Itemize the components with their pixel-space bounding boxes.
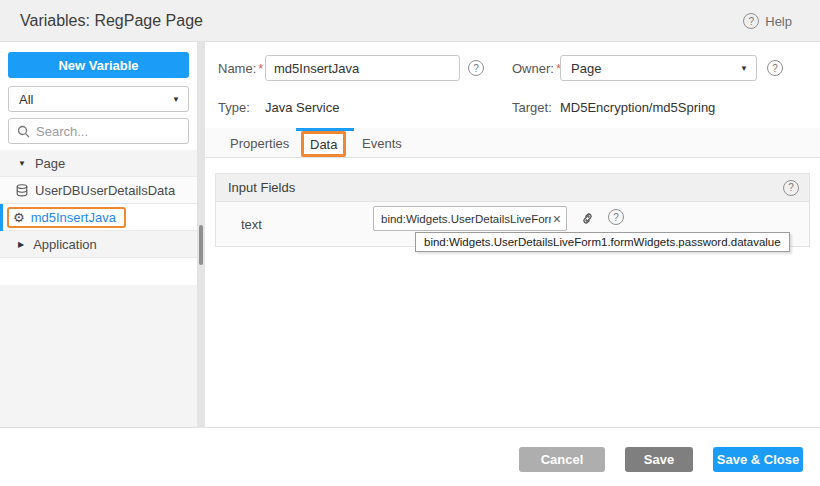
bind-value-text: bind:Widgets.UserDetailsLiveForm1.fo [381, 213, 551, 225]
save-close-button[interactable]: Save & Close [713, 447, 803, 472]
type-label: Type: [218, 100, 250, 115]
binding-tooltip: bind:Widgets.UserDetailsLiveForm1.formWi… [415, 232, 790, 252]
bind-help-icon[interactable]: ? [608, 209, 624, 225]
owner-selected-value: Page [571, 61, 601, 76]
sidebar-item-application[interactable]: ▶ Application [0, 231, 197, 258]
dialog-footer: Cancel Save Save & Close [0, 428, 820, 486]
selected-indicator-bar [0, 204, 3, 231]
tree-item-label: UserDBUserDetailsData [35, 183, 175, 198]
type-value: Java Service [265, 100, 339, 115]
chevron-down-icon: ▼ [740, 64, 748, 73]
name-input[interactable] [265, 55, 460, 81]
dialog-header: Variables: RegPage Page ? Help [0, 0, 820, 42]
name-label: Name:* [218, 61, 263, 76]
save-button[interactable]: Save [625, 447, 693, 472]
clear-binding-icon[interactable]: × [551, 212, 563, 226]
name-help-icon[interactable]: ? [468, 60, 484, 76]
variable-tree: ▼ Page UserDBUserDetailsData ⚙ md5Insert… [0, 150, 197, 258]
help-label: Help [765, 14, 792, 29]
database-icon [16, 184, 28, 197]
owner-label: Owner:* [512, 61, 561, 76]
sidebar-item-userdbuserdetailsdata[interactable]: UserDBUserDetailsData [0, 177, 197, 204]
tree-item-label: Page [35, 156, 65, 171]
caret-down-icon: ▼ [18, 159, 26, 168]
section-help-icon[interactable]: ? [783, 180, 799, 196]
tab-bar: Properties Data Events [205, 128, 820, 158]
new-variable-button[interactable]: New Variable [8, 52, 189, 78]
search-icon [17, 125, 30, 138]
sidebar-scrollbar[interactable] [197, 42, 205, 428]
tab-events[interactable]: Events [362, 128, 402, 158]
owner-select[interactable]: Page ▼ [560, 55, 757, 81]
main-panel: Name:* ? Owner:* Page ▼ ? Type: Java Ser… [205, 42, 820, 428]
target-value: MD5Encryption/md5Spring [560, 100, 715, 115]
sidebar-item-page[interactable]: ▼ Page [0, 150, 197, 177]
owner-help-icon[interactable]: ? [767, 60, 783, 76]
tab-data[interactable]: Data [301, 131, 346, 157]
caret-right-icon: ▶ [18, 240, 24, 249]
sidebar: New Variable All ▼ ▼ Page UserDBUserDeta… [0, 42, 197, 428]
target-label: Target: [512, 100, 552, 115]
cancel-button[interactable]: Cancel [519, 447, 605, 472]
page-title: Variables: RegPage Page [20, 12, 203, 30]
section-title: Input Fields [228, 180, 295, 195]
tree-item-label: Application [33, 237, 97, 252]
bind-value-input[interactable]: bind:Widgets.UserDetailsLiveForm1.fo × [373, 206, 567, 231]
sidebar-empty-area [0, 285, 197, 427]
tree-item-label: md5InsertJava [31, 210, 116, 225]
field-name: text [241, 217, 262, 232]
gear-icon: ⚙ [13, 211, 25, 224]
variables-dialog: Variables: RegPage Page ? Help New Varia… [0, 0, 820, 486]
tab-properties[interactable]: Properties [230, 128, 289, 158]
bind-link-icon[interactable] [579, 210, 596, 227]
input-fields-header: Input Fields ? [216, 174, 809, 202]
search-box [8, 118, 189, 144]
help-icon: ? [743, 13, 759, 29]
chevron-down-icon: ▼ [172, 95, 180, 104]
filter-selected-value: All [19, 92, 33, 107]
annotation-highlight-box: ⚙ md5InsertJava [7, 207, 126, 228]
help-button[interactable]: ? Help [743, 13, 792, 29]
required-marker: * [258, 61, 263, 76]
sidebar-item-md5insertjava[interactable]: ⚙ md5InsertJava [0, 204, 197, 231]
search-input[interactable] [36, 124, 180, 139]
scrollbar-thumb[interactable] [199, 225, 203, 265]
variable-filter-select[interactable]: All ▼ [8, 86, 189, 112]
